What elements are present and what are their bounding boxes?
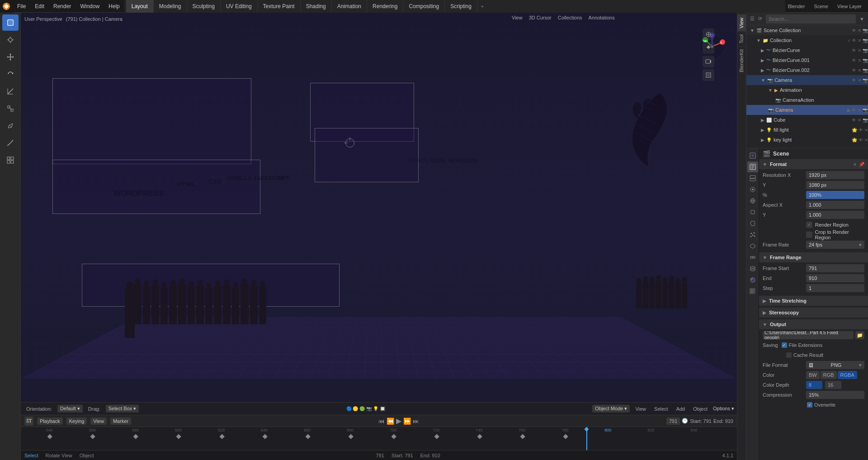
scene-name[interactable]: Scene (811, 3, 831, 10)
tab-compositing[interactable]: Compositing (403, 0, 445, 13)
outliner-computer-monitor[interactable]: ▶ 🖥 Computer Monitor ✓ 👁 ✕ 📷 (746, 145, 868, 148)
kf-3[interactable] (133, 434, 138, 439)
view-btn-tl[interactable]: View (90, 417, 107, 425)
gizmo-camera[interactable] (703, 56, 714, 67)
kf-12[interactable] (520, 434, 525, 439)
file-extensions-cb[interactable]: ✓ File Extensions (782, 342, 823, 348)
viewport-menu-3dcursor[interactable]: 3D Cursor (526, 14, 554, 22)
format-menu-icon[interactable]: ≡ (854, 162, 856, 167)
frame-step-value[interactable]: 1 (806, 284, 864, 292)
object-menu-btn[interactable]: Object (690, 405, 710, 413)
format-section-header[interactable]: ▼ Format ≡ 📌 (759, 159, 868, 169)
kf-10[interactable] (434, 434, 439, 439)
prev-keyframe-btn[interactable]: ⏪ (387, 417, 394, 425)
kf-1[interactable] (47, 434, 52, 439)
props-tab-data[interactable] (747, 263, 758, 274)
outliner-animation[interactable]: ▼ ▶ Animation (746, 85, 868, 95)
output-section-header[interactable]: ▼ Output (759, 319, 868, 329)
add-workspace-tab[interactable]: + (477, 4, 487, 9)
jump-end-btn[interactable]: ⏭ (413, 417, 419, 425)
options-btn[interactable]: Options ▾ (713, 406, 734, 412)
props-tab-render[interactable] (747, 150, 758, 161)
outliner-sync-icon[interactable]: ⟳ (758, 16, 762, 22)
menu-edit[interactable]: Edit (30, 0, 49, 13)
props-tab-material[interactable] (747, 275, 758, 285)
outliner-cameraaction[interactable]: 📷 CameraAction (746, 95, 868, 105)
add-menu-btn[interactable]: Add (674, 405, 688, 413)
aspect-x-value[interactable]: 1.000 (806, 201, 864, 209)
props-tab-modifier[interactable] (747, 218, 758, 229)
kf-13[interactable] (563, 434, 568, 439)
res-pct-value[interactable]: 100% (806, 191, 864, 199)
orientation-selector[interactable]: Default ▾ (57, 405, 83, 413)
gizmo-render[interactable] (703, 69, 714, 81)
kf-2[interactable] (90, 434, 95, 439)
crop-render-cb[interactable] (806, 232, 812, 238)
outliner-collection[interactable]: ▼ 📁 Collection ✓ 👁 ✕ 📷 (746, 35, 868, 45)
props-tab-world[interactable] (747, 195, 758, 206)
playback-btn[interactable]: Playback (37, 417, 63, 425)
view-layer[interactable]: View Layer (835, 3, 864, 10)
menu-window[interactable]: Window (75, 0, 104, 13)
viewport-menu-view[interactable]: View (509, 14, 525, 22)
props-tab-object[interactable] (747, 207, 758, 218)
tool-add[interactable] (2, 152, 19, 168)
frame-rate-value[interactable]: 24 fps ▾ (806, 241, 864, 249)
menu-help[interactable]: Help (104, 0, 124, 13)
outliner-search[interactable] (766, 14, 856, 24)
format-pin-icon[interactable]: 📌 (859, 162, 864, 167)
tab-scripting[interactable]: Scripting (445, 0, 477, 13)
timeline-ruler-area[interactable]: 540 560 580 600 620 640 660 680 700 720 … (21, 427, 737, 450)
tool-move[interactable] (2, 49, 19, 65)
n-tab-tool[interactable]: Tool (737, 31, 746, 46)
next-keyframe-btn[interactable]: ⏩ (403, 417, 411, 425)
stereoscopy-header[interactable]: ▶ Stereoscopy (759, 308, 868, 318)
tool-select[interactable] (2, 14, 19, 31)
tab-texture-paint[interactable]: Texture Paint (258, 0, 301, 13)
jump-start-btn[interactable]: ⏮ (378, 417, 385, 425)
frame-end-value[interactable]: 910 (806, 274, 864, 282)
render-region-cb[interactable] (806, 222, 812, 228)
frame-range-header[interactable]: ▼ Frame Range (759, 252, 868, 262)
viewport-3d[interactable]: WORDPRESS HTML CSS VANILLA JAVASCRIPT RE… (21, 13, 737, 415)
tab-animation[interactable]: Animation (332, 0, 367, 13)
outliner-cube[interactable]: ▶ ⬜ Cube 👁 ✕ 📷 (746, 115, 868, 125)
outliner-fill-light[interactable]: ▶ 💡 fill light 🌟 👁 ✕ (746, 125, 868, 135)
select-label[interactable]: Select (24, 453, 38, 458)
tab-layout[interactable]: Layout (126, 0, 154, 13)
current-frame[interactable]: 791 (666, 417, 680, 425)
outliner-beziercurve[interactable]: ▶ 〜 BézierCurve 👁 ✕ 📷 (746, 45, 868, 55)
snap-selector[interactable]: Select Box ▾ (106, 405, 139, 413)
object-label[interactable]: Object (80, 453, 94, 458)
outliner-camera-parent[interactable]: ▼ 📷 Camera 👁 ✕ 📷 (746, 75, 868, 85)
kf-7[interactable] (305, 434, 310, 439)
tab-rendering[interactable]: Rendering (367, 0, 403, 13)
scene-selector[interactable]: Blender (785, 3, 808, 10)
props-tab-texture[interactable] (747, 286, 758, 297)
props-tab-particles[interactable] (747, 229, 758, 240)
outliner-camera-active[interactable]: 📷 Camera ▶ 👁 ✕ 📷 (746, 105, 868, 115)
kf-8[interactable] (348, 434, 353, 439)
tool-rotate[interactable] (2, 66, 19, 82)
outliner-beziercurve002[interactable]: ▶ 〜 BézierCurve.002 👁 ✕ 📷 (746, 65, 868, 75)
kf-11[interactable] (477, 434, 482, 439)
outliner-filter-btn[interactable]: ▼ (859, 16, 864, 22)
props-tab-scene[interactable] (747, 184, 758, 195)
keying-btn[interactable]: Keying (66, 417, 87, 425)
color-depth-8[interactable]: 8 (806, 381, 822, 389)
res-y-value[interactable]: 1080 px (806, 181, 864, 189)
outliner-key-light[interactable]: ▶ 💡 key light 🌟 👁 ✕ (746, 135, 868, 145)
gizmo-pan[interactable] (703, 42, 714, 54)
scene-collection-item[interactable]: ▼ 🎬 Scene Collection 👁 ✕ 📷 (746, 25, 868, 35)
res-x-value[interactable]: 1920 px (806, 171, 864, 179)
kf-6[interactable] (262, 434, 267, 439)
viewport-menu-collections[interactable]: Collections (555, 14, 585, 22)
timeline-type-icon[interactable] (24, 417, 33, 426)
kf-5[interactable] (219, 434, 224, 439)
tool-annotate[interactable] (2, 118, 19, 134)
output-path-browse[interactable]: 📁 (855, 331, 864, 339)
tab-uv-editing[interactable]: UV Editing (221, 0, 258, 13)
tool-transform[interactable] (2, 100, 19, 117)
props-tab-output[interactable] (747, 161, 758, 172)
menu-file[interactable]: File (13, 0, 30, 13)
